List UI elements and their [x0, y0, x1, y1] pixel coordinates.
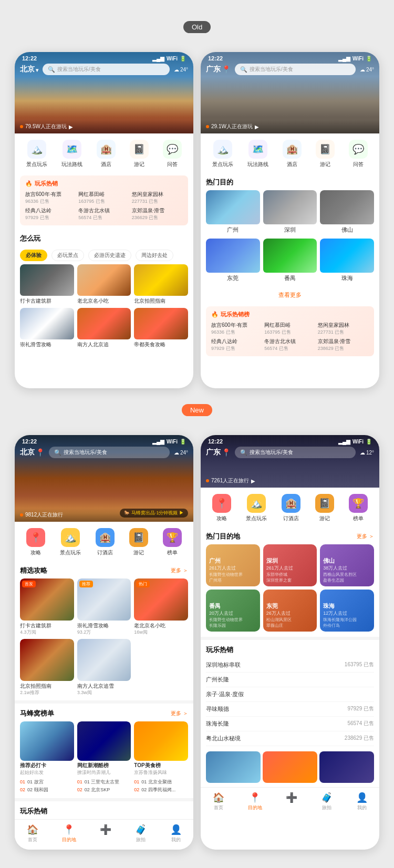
- cat-hotel-old-gd[interactable]: 🏨 酒店: [283, 140, 302, 168]
- featured-1[interactable]: 首发 打卡古建筑群 4.3万阅: [20, 578, 74, 636]
- featured-4[interactable]: 北京拍照指南 2.1w推荐: [20, 639, 74, 696]
- new-phone-beijing: 12:22 ▂▄▆ WiFi 🔋 北京 📍 搜索当地玩乐/美食: [15, 435, 193, 850]
- cat-icon-route: 🗺️: [63, 140, 81, 159]
- more-rank-link[interactable]: 更多 ＞: [171, 710, 188, 717]
- nav-home-new-beijing[interactable]: 🏠 首页: [27, 824, 38, 843]
- hot-sale-4[interactable]: 寻味顺德 97929 已售: [206, 702, 374, 717]
- see-more-old-gd[interactable]: 查看更多: [201, 289, 379, 303]
- cat-hotel-new-beijing[interactable]: 🏨 订酒店: [96, 528, 115, 556]
- cat-rank-new-beijing[interactable]: 🏆 榜单: [163, 528, 182, 556]
- tab-lishiyiji[interactable]: 必游历史遗迹: [88, 250, 131, 261]
- cat-hotel-old-beijing[interactable]: 🏨 酒店: [97, 140, 116, 168]
- city-name-new-guangdong[interactable]: 广东 📍: [206, 448, 231, 457]
- cat-diary-new-gd[interactable]: 📓 游记: [315, 494, 334, 522]
- hero-search-old-guangdong[interactable]: 广东 📍 搜索当地玩乐/美食 ☁ 24°: [206, 64, 374, 75]
- dest-shenzhen[interactable]: 深圳: [263, 190, 317, 235]
- hot-item-1[interactable]: 故宫600年·有票 96336 已售: [25, 191, 76, 205]
- article-img-4: [20, 308, 74, 339]
- cat-qa-old-gd[interactable]: 💬 问答: [349, 140, 368, 168]
- hot-item-6[interactable]: 京郊温泉·滑雪 236629 已售: [132, 207, 183, 221]
- featured-5[interactable]: 南方人北京追雪 3.3w阅: [77, 639, 131, 696]
- city-name-new-beijing[interactable]: 北京 📍: [20, 448, 45, 457]
- city-name-old-guangdong[interactable]: 广东 📍: [206, 65, 231, 74]
- dest-panyu-new[interactable]: 番禺 20万人去过 长隆野生动物世界长隆乐园: [206, 590, 260, 632]
- cat-rank-new-gd[interactable]: 🏆 榜单: [349, 494, 368, 522]
- tab-bijingdian[interactable]: 必玩景点: [51, 250, 84, 261]
- cat-diary-old-gd[interactable]: 📓 游记: [316, 140, 335, 168]
- rank-list-item-3-1: 0101 北京全聚德: [134, 778, 188, 786]
- hot-item-5[interactable]: 冬游古北水镇 56574 已售: [78, 207, 129, 221]
- search-bar-old-guangdong[interactable]: 搜索当地玩乐/美食: [235, 64, 356, 75]
- dest-dongguan-new[interactable]: 东莞 26万人去过 松山湖风景区翠薇山庄: [263, 590, 317, 632]
- dest-zhuhai[interactable]: 珠海: [320, 239, 374, 284]
- cat-guide-new-beijing[interactable]: 📍 攻略: [26, 528, 45, 556]
- old-phone-beijing: 12:22 ▂▄▆ WiFi 🔋 北京 搜索当地玩乐/美食: [15, 52, 193, 388]
- cat-qa-old-beijing[interactable]: 💬 问答: [163, 140, 182, 168]
- rank-card-2[interactable]: 网红新潮酷榜 撩漾时尚弄潮儿 0101 三里屯太古里 0202 北京SKP: [77, 721, 131, 794]
- article-4[interactable]: 崇礼滑雪攻略: [20, 308, 74, 348]
- nav-profile-new-beijing[interactable]: 👤 我的: [170, 824, 182, 843]
- hot-sale-3[interactable]: 亲子·温泉·度假: [206, 687, 374, 702]
- dest-dongguan[interactable]: 东莞: [206, 239, 260, 284]
- nav-destination-new-beijing[interactable]: 📍 目的地: [62, 824, 76, 843]
- hot-item-4[interactable]: 经典八达岭 97929 已售: [25, 207, 76, 221]
- cat-route-old-beijing[interactable]: 🗺️ 玩法路线: [61, 140, 82, 168]
- cat-scenic-old-gd[interactable]: 🏔️ 景点玩乐: [212, 140, 233, 168]
- new-phone-guangdong: 12:22 ▂▄▆ WiFi 🔋 广东 📍 搜索当地玩乐/美食: [201, 435, 379, 850]
- nav-profile-new-gd[interactable]: 👤 我的: [356, 792, 368, 811]
- tab-bixiti[interactable]: 必体验: [20, 250, 47, 261]
- cat-scenic-new-beijing[interactable]: 🏔️ 景点玩乐: [60, 528, 81, 556]
- search-bar-new-beijing[interactable]: 搜索当地玩乐/美食: [49, 447, 170, 458]
- featured-2[interactable]: 推荐 崇礼滑雪攻略 93.2万: [77, 578, 131, 636]
- nav-photo-new-gd[interactable]: 🧳 旅拍: [321, 792, 333, 811]
- dest-shenzhen-new[interactable]: 深圳 261万人去过 东部华侨城深圳世界之窗: [263, 544, 317, 586]
- more-guide-link[interactable]: 更多 ＞: [171, 567, 188, 574]
- video-badge-new-beijing[interactable]: 🐎 马蜂窝出品·1分钟视频 ▶: [120, 509, 188, 518]
- city-name-old-beijing[interactable]: 北京: [20, 65, 38, 74]
- search-bar-old-beijing[interactable]: 搜索当地玩乐/美食: [43, 64, 170, 75]
- cat-scenic-old-beijing[interactable]: 🏔️ 景点玩乐: [26, 140, 47, 168]
- teaser-img-3: [319, 751, 374, 783]
- cat-diary-new-beijing[interactable]: 📓 游记: [129, 528, 148, 556]
- nav-add-new-beijing[interactable]: ➕: [100, 824, 111, 843]
- article-1[interactable]: 打卡古建筑群: [20, 264, 74, 305]
- more-dest-link-new-gd[interactable]: 更多 ＞: [357, 533, 374, 540]
- ranking-section-new-beijing: 推荐必打卡 起始好出发 0101 故宫 0202 颐和园 网红新潮酷榜 撩漾时尚…: [15, 721, 193, 798]
- nav-photo-new-beijing[interactable]: 🧳 旅拍: [135, 824, 147, 843]
- cat-route-old-gd[interactable]: 🗺️ 玩法路线: [247, 140, 268, 168]
- dest-foshan[interactable]: 佛山: [320, 190, 374, 235]
- rank-card-3[interactable]: TOP美食榜 京苏鲁淮扬风味 0101 北京全聚德 0202 四季民福烤...: [134, 721, 188, 794]
- nav-home-new-gd[interactable]: 🏠 首页: [213, 792, 224, 811]
- article-5[interactable]: 南方人北京追: [77, 308, 131, 348]
- hot-sale-1[interactable]: 深圳地标串联 163795 已售: [206, 658, 374, 673]
- cat-diary-old-beijing[interactable]: 📓 游记: [130, 140, 149, 168]
- hot-sale-5[interactable]: 珠海长隆 56574 已售: [206, 717, 374, 731]
- hero-search-new-beijing[interactable]: 北京 📍 搜索当地玩乐/美食 ☁ 24°: [20, 447, 188, 458]
- hero-search-old-beijing[interactable]: 北京 搜索当地玩乐/美食 ☁ 24°: [20, 64, 188, 75]
- cat-hotel-new-gd[interactable]: 🏨 订酒店: [282, 494, 300, 522]
- search-bar-new-guangdong[interactable]: 搜索当地玩乐/美食: [235, 447, 356, 458]
- hot-sale-2[interactable]: 广州长隆: [206, 673, 374, 687]
- tab-zhoubian[interactable]: 周边好去处: [136, 250, 173, 261]
- rank-card-1[interactable]: 推荐必打卡 起始好出发 0101 故宫 0202 颐和园: [20, 721, 74, 794]
- dest-guangzhou-new[interactable]: 广州 261万人去过 长隆野生动物世界广州塔: [206, 544, 260, 586]
- dest-guangzhou[interactable]: 广州: [206, 190, 260, 235]
- featured-3[interactable]: 热门 老北京名小吃 16w阅: [134, 578, 188, 636]
- nav-destination-new-gd[interactable]: 📍 目的地: [248, 792, 262, 811]
- cat-guide-new-gd[interactable]: 📍 攻略: [212, 494, 231, 522]
- hot-item-3[interactable]: 悠闲皇家园林 227731 已售: [132, 191, 183, 205]
- hot-grid-old-beijing: 故宫600年·有票 96336 已售 网红慕田峪 163795 已售 悠闲皇家园…: [25, 191, 183, 221]
- hero-search-new-guangdong[interactable]: 广东 📍 搜索当地玩乐/美食 ☁ 12°: [206, 447, 374, 458]
- old-phone-guangdong: 12:22 ▂▄▆ WiFi 🔋 广东 📍 搜索当地玩乐/美食: [201, 52, 379, 388]
- nav-add-new-gd[interactable]: ➕: [286, 792, 297, 811]
- search-icon-new-guangdong: [240, 449, 247, 456]
- article-3[interactable]: 北京拍照指南: [134, 264, 188, 305]
- dest-zhuhai-new[interactable]: 珠海 12万人去过 珠海长隆海洋公园外伶仃岛: [320, 590, 374, 632]
- article-2[interactable]: 老北京名小吃: [77, 264, 131, 305]
- hot-sale-6[interactable]: 粤北山水秘境 238629 已售: [206, 731, 374, 746]
- cat-scenic-new-gd[interactable]: 🏔️ 景点玩乐: [246, 494, 267, 522]
- hot-item-2[interactable]: 网红慕田峪 163795 已售: [78, 191, 129, 205]
- article-6[interactable]: 帝都美食攻略: [134, 308, 188, 348]
- dest-foshan-new[interactable]: 佛山 38万人去过 西樵山风景名胜区盈香生态园: [320, 544, 374, 586]
- dest-panyu[interactable]: 番禺: [263, 239, 317, 284]
